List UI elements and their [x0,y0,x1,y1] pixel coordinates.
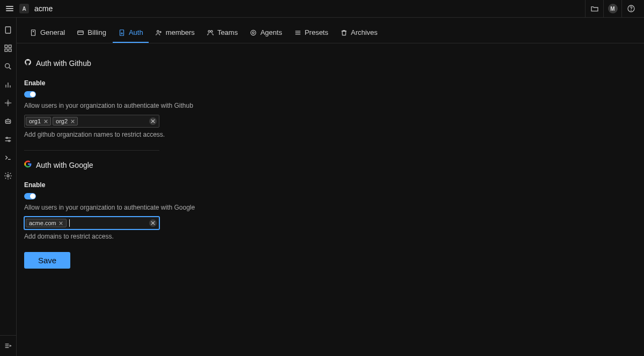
svg-point-37 [159,31,160,32]
tab-label: Archives [351,28,378,36]
svg-point-41 [252,32,254,34]
tab-members[interactable]: members [150,25,200,43]
sidebar-icon-grid[interactable] [3,43,13,53]
tab-label: Agents [260,28,282,36]
svg-rect-3 [5,45,8,48]
enable-label: Enable [24,79,303,87]
save-button[interactable]: Save [24,252,70,269]
github-enable-toggle[interactable] [24,91,36,98]
tag: org1 [26,117,51,125]
svg-point-18 [6,121,7,122]
google-domains-input[interactable]: acme.com [24,217,159,229]
tab-billing[interactable]: Billing [71,25,112,43]
tab-label: members [166,28,195,36]
svg-point-12 [7,102,9,104]
tag-label: acme.com [29,220,56,226]
clear-all-icon[interactable] [149,117,157,125]
svg-point-1 [631,10,631,11]
tag-remove-icon[interactable] [43,119,48,123]
github-icon [24,58,32,68]
sidebar-icon-robot[interactable] [3,116,13,126]
github-help-text: Allow users in your organization to auth… [24,102,303,109]
section-title: Auth with Google [36,161,93,169]
tab-archives[interactable]: Archives [335,25,383,43]
tab-label: General [40,28,65,36]
svg-point-7 [5,64,10,68]
svg-point-36 [157,30,159,32]
svg-point-31 [33,31,33,32]
sidebar-icon-expand[interactable] [3,341,13,351]
sidebar-icon-settings[interactable] [3,171,13,181]
content: Auth with Github Enable Allow users in y… [17,43,644,356]
text-cursor [69,219,70,227]
org-avatar[interactable]: A [19,4,29,13]
svg-point-35 [121,33,122,34]
svg-point-24 [9,140,10,142]
svg-point-38 [208,30,210,32]
divider [24,150,159,151]
folder-open-icon[interactable] [585,0,603,18]
svg-rect-32 [78,31,84,34]
tag: acme.com [26,219,67,227]
sidebar-icon-target[interactable] [3,98,13,108]
tag-label: org1 [29,118,41,124]
google-icon [24,160,32,169]
left-rail [0,18,17,356]
enable-label: Enable [24,181,303,189]
tab-label: Billing [87,28,106,36]
tab-teams[interactable]: Teams [201,25,243,43]
github-orgs-input[interactable]: org1 org2 [24,115,159,128]
section-title: Auth with Github [36,59,91,68]
topbar: A acme M [0,0,644,18]
svg-rect-5 [5,49,8,51]
settings-tabs: General Billing Auth members Teams Agent… [17,18,644,43]
svg-point-26 [7,175,9,177]
tag-remove-icon[interactable] [70,119,75,123]
org-name: acme [34,4,53,13]
tab-presets[interactable]: Presets [289,25,334,43]
tab-agents[interactable]: Agents [244,25,287,43]
svg-rect-4 [9,45,11,48]
google-help-text: Allow users in your organization to auth… [24,204,303,211]
svg-point-39 [210,30,213,32]
sidebar-icon-search[interactable] [3,62,13,71]
google-auth-section: Auth with Google Enable Allow users in y… [24,160,303,240]
svg-rect-2 [5,27,10,33]
user-avatar[interactable]: M [603,0,621,18]
tag-remove-icon[interactable] [59,221,63,225]
tag-label: org2 [56,118,68,124]
help-icon[interactable] [621,0,640,18]
github-auth-section: Auth with Github Enable Allow users in y… [24,58,303,151]
svg-point-23 [6,137,8,139]
tab-label: Presets [305,28,328,36]
sidebar-icon-page[interactable] [3,25,13,35]
svg-point-19 [9,121,9,122]
svg-rect-30 [32,29,35,35]
tab-label: Auth [129,28,143,36]
sidebar-icon-terminal[interactable] [3,153,13,162]
tab-general[interactable]: General [24,25,70,43]
tab-auth[interactable]: Auth [113,25,149,43]
google-domain-text-input[interactable] [71,218,145,228]
sidebar-icon-chart[interactable] [3,80,13,90]
svg-line-8 [9,68,11,69]
drag-handle-icon[interactable] [4,6,15,11]
google-input-help: Add domains to restrict access. [24,233,303,240]
github-input-help: Add github organization names to restric… [24,131,303,138]
clear-all-icon[interactable] [149,219,157,227]
svg-rect-6 [9,49,11,51]
tag: org2 [53,117,78,125]
sidebar-icon-sliders[interactable] [3,135,13,144]
google-enable-toggle[interactable] [24,193,36,199]
svg-point-40 [251,30,256,35]
tab-label: Teams [217,28,238,36]
